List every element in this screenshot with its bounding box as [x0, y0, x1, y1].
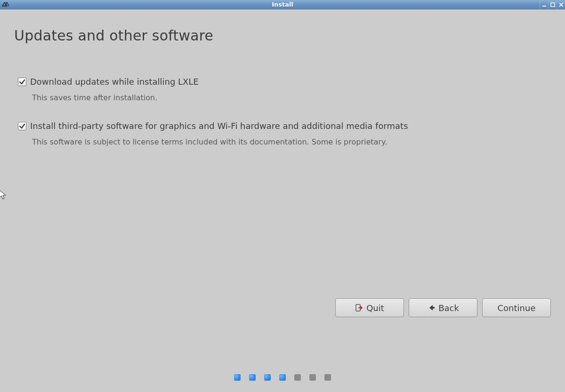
- close-button[interactable]: [557, 0, 565, 9]
- option-third-party: Install third-party software for graphic…: [18, 121, 551, 146]
- installer-page: Updates and other software Download upda…: [0, 9, 565, 392]
- progress-dot: [234, 374, 241, 381]
- option-download-updates: Download updates while installing LXLE T…: [18, 77, 551, 102]
- quit-icon: [355, 304, 363, 312]
- button-row: Quit Back Continue: [335, 298, 551, 317]
- app-menu-icon[interactable]: [1, 0, 10, 9]
- progress-dot: [249, 374, 256, 381]
- back-button-label: Back: [438, 303, 459, 313]
- progress-dot: [309, 374, 316, 381]
- option-description: This saves time after installation.: [32, 93, 551, 102]
- continue-button[interactable]: Continue: [482, 298, 551, 317]
- window-title: Install: [272, 1, 293, 8]
- svg-rect-3: [431, 307, 435, 309]
- option-description: This software is subject to license term…: [32, 137, 551, 146]
- continue-button-label: Continue: [498, 303, 536, 313]
- progress-dot: [324, 374, 331, 381]
- svg-rect-1: [551, 3, 555, 7]
- titlebar: Install: [0, 0, 565, 9]
- svg-rect-0: [542, 6, 546, 7]
- checkbox-download-updates[interactable]: [18, 78, 26, 86]
- quit-button-label: Quit: [366, 303, 384, 313]
- quit-button[interactable]: Quit: [335, 298, 404, 317]
- minimize-button[interactable]: [540, 0, 548, 9]
- mouse-cursor-icon: [0, 190, 8, 203]
- checkbox-third-party[interactable]: [18, 122, 26, 130]
- option-label[interactable]: Install third-party software for graphic…: [30, 121, 408, 131]
- maximize-button[interactable]: [548, 0, 557, 9]
- back-button[interactable]: Back: [409, 298, 477, 317]
- progress-dot: [264, 374, 271, 381]
- progress-dot: [294, 374, 301, 381]
- option-label[interactable]: Download updates while installing LXLE: [30, 77, 199, 87]
- page-title: Updates and other software: [14, 27, 551, 44]
- progress-dot: [279, 374, 286, 381]
- progress-indicator: [234, 374, 331, 381]
- back-arrow-icon: [427, 304, 436, 312]
